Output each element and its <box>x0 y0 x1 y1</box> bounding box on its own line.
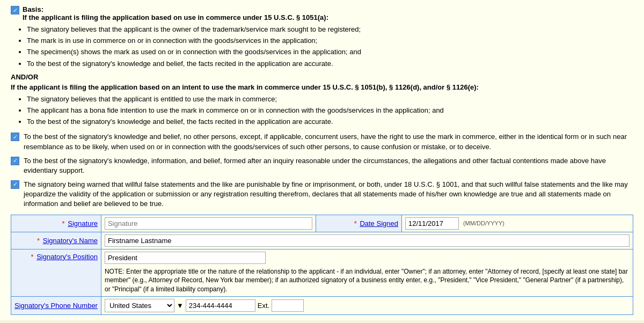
signature-label-cell: * Signature <box>11 215 101 232</box>
date-format-label: (MM/DD/YYYY) <box>463 220 504 226</box>
signatory-name-link[interactable]: Signatory's Name <box>43 237 98 245</box>
date-signed-input[interactable] <box>405 217 459 230</box>
country-select[interactable]: United States <box>105 299 174 312</box>
phone-row: Signatory's Phone Number United States ▼… <box>11 297 633 315</box>
phone-input[interactable] <box>186 299 255 312</box>
ext-label: Ext. <box>258 302 269 310</box>
section1-bullets: The signatory believes that the applican… <box>27 25 633 69</box>
and-or-label: AND/OR <box>11 73 633 81</box>
signature-input[interactable] <box>105 217 312 230</box>
check2-checkbox[interactable]: ✓ <box>11 157 19 165</box>
check1-checkbox[interactable]: ✓ <box>11 133 19 141</box>
signature-link[interactable]: Signature <box>68 219 98 227</box>
bullet-item: The specimen(s) shows the mark as used o… <box>27 47 633 57</box>
signature-row: * Signature * Date Signed (MM/DD/YYYY) <box>11 215 633 232</box>
signatory-name-row: * Signatory's Name <box>11 232 633 249</box>
signature-input-cell <box>101 215 316 232</box>
bullet-item: The signatory believes that the applican… <box>27 25 633 34</box>
check-row-3: ✓ The signatory being warned that willfu… <box>11 180 633 209</box>
signatory-position-row: * Signatory's Position NOTE: Enter the a… <box>11 249 633 296</box>
bullet-item: The applicant has a bona fide intention … <box>27 106 633 115</box>
phone-label-cell: Signatory's Phone Number <box>11 297 101 315</box>
check-row-1: ✓ To the best of the signatory's knowled… <box>11 132 633 151</box>
signatory-name-input[interactable] <box>105 234 630 247</box>
check3-checkbox[interactable]: ✓ <box>11 180 19 189</box>
signatory-name-input-cell <box>101 232 633 249</box>
check3-text: The signatory being warned that willful … <box>24 180 633 209</box>
bullet-item: The mark is in use in commerce on or in … <box>27 36 633 46</box>
bullet-item: To the best of the signatory's knowledge… <box>27 59 633 69</box>
check-row-2: ✓ To the best of the signatory's knowled… <box>11 156 633 175</box>
signature-required-star: * <box>62 219 65 227</box>
signatory-name-label-cell: * Signatory's Name <box>11 232 101 249</box>
signatory-position-input[interactable] <box>105 252 266 264</box>
basis-label: Basis: <box>23 5 43 13</box>
position-required-star: * <box>31 253 34 261</box>
date-signed-input-cell: (MM/DD/YYYY) <box>401 215 633 232</box>
check2-text: To the best of the signatory's knowledge… <box>24 156 633 175</box>
date-required-star: * <box>354 219 357 227</box>
phone-input-cell: United States ▼ Ext. <box>101 297 633 315</box>
section1-title: If the applicant is filing the applicati… <box>23 13 328 21</box>
bullet-item: To the best of the signatory's knowledge… <box>27 117 633 127</box>
basis-section: ✓ Basis: If the applicant is filing the … <box>11 5 633 21</box>
name-required-star: * <box>37 237 40 245</box>
select-arrow: ▼ <box>177 302 184 310</box>
date-signed-label-cell: * Date Signed <box>316 215 401 232</box>
section2-title: If the applicant is filing the applicati… <box>11 83 633 91</box>
signatory-position-link[interactable]: Signatory's Position <box>36 253 98 261</box>
date-row: (MM/DD/YYYY) <box>405 217 630 230</box>
phone-row-inner: United States ▼ Ext. <box>105 299 630 312</box>
main-page: ✓ Basis: If the applicant is filing the … <box>0 0 644 320</box>
ext-input[interactable] <box>272 299 304 312</box>
date-signed-link[interactable]: Date Signed <box>360 219 398 227</box>
signatory-position-label-cell: * Signatory's Position <box>11 249 101 296</box>
basis-checkbox[interactable]: ✓ <box>11 6 19 14</box>
phone-label-link[interactable]: Signatory's Phone Number <box>14 302 98 310</box>
section2-bullets: The signatory believes that the applican… <box>27 94 633 127</box>
signature-form: * Signature * Date Signed (MM/DD/YYYY) * <box>11 215 633 315</box>
position-note: NOTE: Enter the appropriate title or the… <box>105 267 630 294</box>
signatory-position-content-cell: NOTE: Enter the appropriate title or the… <box>101 249 633 296</box>
check1-text: To the best of the signatory's knowledge… <box>24 132 633 151</box>
bullet-item: The signatory believes that the applican… <box>27 94 633 104</box>
